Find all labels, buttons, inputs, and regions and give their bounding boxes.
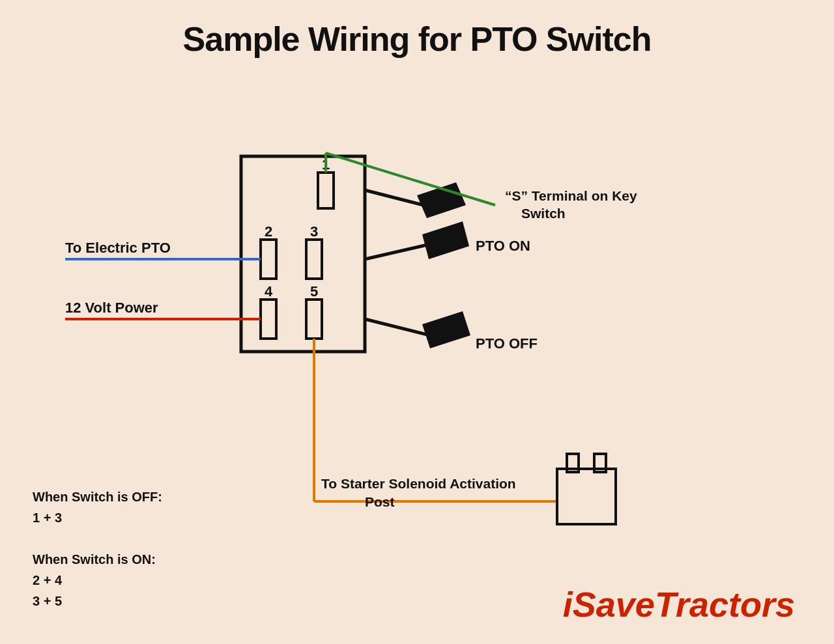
- page-title: Sample Wiring for PTO Switch: [0, 0, 834, 59]
- blade-tip-ptoff: [422, 311, 470, 348]
- terminal-4: [261, 300, 276, 339]
- solenoid-label-line1: To Starter Solenoid Activation: [321, 476, 516, 491]
- terminal-3: [306, 240, 322, 279]
- blade-pto-off: [365, 319, 430, 335]
- switch-on-value2: 3 + 5: [33, 591, 162, 611]
- switch-off-label: When Switch is OFF:: [33, 486, 162, 507]
- switch-on-value1: 2 + 4: [33, 570, 162, 591]
- bottom-notes: When Switch is OFF: 1 + 3 When Switch is…: [33, 486, 162, 611]
- terminal-1: [318, 173, 334, 208]
- terminal-4-label: 4: [265, 283, 273, 300]
- blade-upper: [365, 190, 424, 205]
- s-terminal-label-line1: “S” Terminal on Key: [505, 188, 637, 203]
- pto-on-label: PTO ON: [476, 238, 530, 254]
- terminal-2-label: 2: [265, 223, 272, 240]
- electric-pto-label: To Electric PTO: [65, 240, 171, 256]
- terminal-2: [261, 240, 276, 279]
- pto-off-label: PTO OFF: [476, 335, 538, 352]
- terminal-5: [306, 300, 322, 339]
- s-terminal-label-line2: Switch: [521, 206, 566, 221]
- terminal-3-label: 3: [310, 223, 318, 240]
- blade-pto-on: [365, 244, 430, 259]
- solenoid-label-line2: Post: [365, 494, 395, 509]
- 12volt-label: 12 Volt Power: [65, 300, 158, 316]
- brand-logo: iSaveTractors: [563, 584, 795, 624]
- switch-off-value: 1 + 3: [33, 507, 162, 528]
- switch-on-label: When Switch is ON:: [33, 549, 162, 570]
- green-wire-right: [326, 153, 495, 205]
- terminal-5-label: 5: [310, 283, 318, 300]
- solenoid-body: [557, 469, 616, 524]
- blade-tip-pton: [422, 221, 469, 259]
